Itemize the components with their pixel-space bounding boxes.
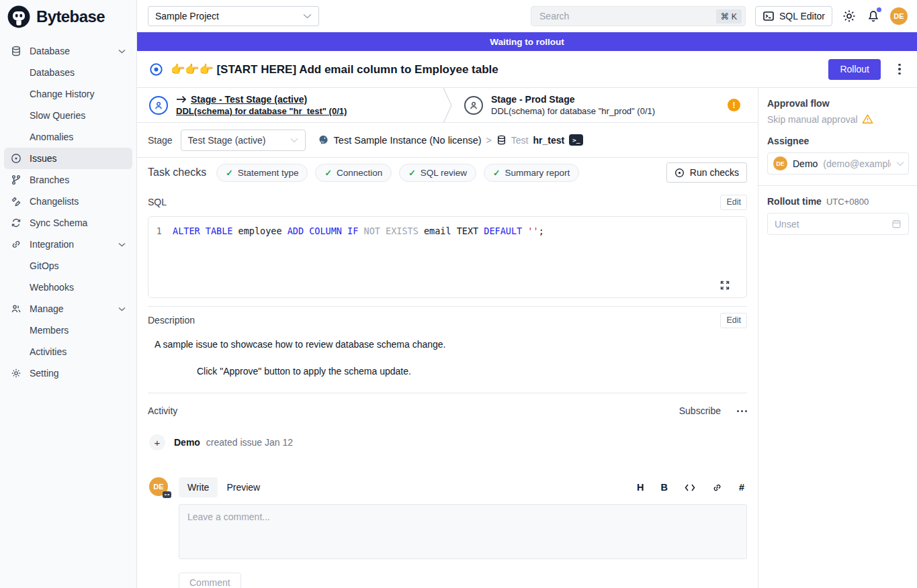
database-name[interactable]: hr_test [533,135,564,146]
sql-editor-button-label: SQL Editor [779,11,825,21]
comment-input[interactable] [179,504,747,559]
instance-name[interactable]: Test Sample Instance (No license) [334,135,482,146]
sidebar-item-activities[interactable]: Activities [4,341,132,362]
sql-editor-button[interactable]: SQL Editor [755,6,832,26]
sidebar-item-change-history[interactable]: Change History [4,83,132,105]
assignee-select[interactable]: DE Demo (demo@example [767,152,909,175]
tab-write[interactable]: Write [179,477,218,497]
task-checks-row: Task checks ✓ Statement type ✓ Connectio… [137,158,758,187]
sql-token: '' [527,226,538,236]
sidebar-item-label: Branches [30,175,126,185]
topbar: Sample Project ⌘ K SQL Editor [137,0,917,32]
sidebar-item-webhooks[interactable]: Webhooks [4,277,132,298]
sidebar-item-slow-queries[interactable]: Slow Queries [4,105,132,126]
project-selector[interactable]: Sample Project [148,6,319,26]
attention-icon: ! [728,99,740,111]
open-in-sql-editor-icon[interactable]: >_ [569,134,583,146]
sql-editor[interactable]: 1 ALTER TABLE employee ADD COLUMN IF NOT… [148,216,747,298]
user-avatar[interactable]: DE [890,7,908,25]
database-icon [11,46,21,56]
timezone-label: UTC+0800 [826,197,869,207]
expand-editor-icon[interactable] [719,280,730,291]
subscribe-button[interactable]: Subscribe [679,405,721,416]
check-pill-statement-type[interactable]: ✓ Statement type [216,164,308,182]
stage-selector-row: Stage Test Stage (active) Test Sample In… [137,123,758,158]
stage-select-value: Test Stage (active) [188,135,266,146]
sidebar-item-anomalies[interactable]: Anomalies [4,126,132,148]
sidebar-item-manage[interactable]: Manage [4,298,132,320]
global-search[interactable]: ⌘ K [531,6,746,26]
run-checks-button[interactable]: Run checks [666,162,747,183]
sidebar-item-members[interactable]: Members [4,320,132,341]
stage-subtitle: DDL(schema) for database "hr_test" (0/1) [176,106,347,116]
rollout-time-value: Unset [775,219,799,230]
project-selector-value: Sample Project [155,11,219,21]
plus-icon: + [149,434,165,450]
description-edit-button[interactable]: Edit [720,313,747,328]
chevron-down-icon [118,242,126,247]
code-icon[interactable] [685,483,695,492]
breadcrumb-separator: > [486,135,492,146]
sql-edit-button[interactable]: Edit [720,195,747,210]
person-circle-icon [149,96,168,115]
check-pill-summary-report[interactable]: ✓ Summary report [484,164,579,182]
sidebar-item-database[interactable]: Database [4,40,132,62]
stage-card-test[interactable]: Stage - Test Stage (active) DDL(schema) … [137,88,443,122]
sidebar-item-label: Change History [30,89,126,99]
stage-subtitle: DDL(schema) for database "hr_prod" (0/1) [491,106,655,116]
activity-menu-icon[interactable] [737,410,747,412]
stage-select[interactable]: Test Stage (active) [181,130,306,151]
sidebar-item-sync-schema[interactable]: Sync Schema [4,212,132,234]
topbar-right: ⌘ K SQL Editor DE [531,6,908,26]
issue-title-emoji: 👉👉👉 [171,63,214,76]
sidebar-item-label: Manage [30,303,118,314]
issue-circle-dot-icon [11,153,21,164]
calendar-icon [891,219,902,229]
database-breadcrumb: Test Sample Instance (No license) > Test… [318,134,584,146]
postgresql-icon [318,134,329,146]
sidebar-item-integration[interactable]: Integration [4,234,132,255]
settings-gear-icon[interactable] [842,9,857,23]
description-title: Description [148,315,195,326]
link-icon[interactable] [712,483,722,493]
hash-icon[interactable]: # [739,482,744,493]
activity-actor[interactable]: Demo [174,437,200,448]
rollout-time-input[interactable]: Unset [767,213,909,235]
activity-section: Activity Subscribe + Demo created issue … [137,393,758,588]
sql-token: ADD COLUMN IF [288,226,364,236]
description-line: A sample issue to showcase how to review… [155,339,747,350]
person-circle-icon [464,96,483,115]
sql-token: NOT EXISTS [364,226,424,236]
notifications-bell-icon[interactable] [866,9,881,23]
sidebar-item-label: Activities [30,346,126,357]
brand-logo[interactable]: Bytebase [0,0,136,34]
speech-bubble-badge [163,491,171,498]
stage-card-prod[interactable]: Stage - Prod Stage DDL(schema) for datab… [452,88,758,122]
comment-tabs: Write Preview H B [179,477,747,497]
issue-main-panel: Stage - Test Stage (active) DDL(schema) … [137,88,758,588]
banner-text: Waiting to rollout [490,37,564,47]
sidebar-item-setting[interactable]: Setting [4,362,132,384]
pencil-ruler-icon [11,196,21,207]
comment-submit-button[interactable]: Comment [179,573,241,588]
kebab-menu-icon[interactable] [897,64,902,75]
run-checks-label: Run checks [690,167,739,178]
run-icon [674,168,685,178]
check-pill-connection[interactable]: ✓ Connection [315,164,392,182]
rollout-button[interactable]: Rollout [828,59,881,80]
sidebar-item-databases[interactable]: Databases [4,62,132,83]
sidebar-item-branches[interactable]: Branches [4,169,132,191]
notification-dot [877,7,881,12]
sidebar-item-changelists[interactable]: Changelists [4,191,132,212]
heading-icon[interactable]: H [637,482,644,493]
tab-preview[interactable]: Preview [218,477,269,497]
git-branch-icon [11,175,21,185]
sidebar-item-gitops[interactable]: GitOps [4,255,132,277]
search-input[interactable] [538,10,716,22]
bold-icon[interactable]: B [660,482,667,493]
check-pass-icon: ✓ [324,168,331,178]
check-pill-sql-review[interactable]: ✓ SQL review [399,164,476,182]
sql-token: ; [539,226,544,236]
sql-token: employee [238,226,288,236]
sidebar-item-issues[interactable]: Issues [4,148,132,169]
